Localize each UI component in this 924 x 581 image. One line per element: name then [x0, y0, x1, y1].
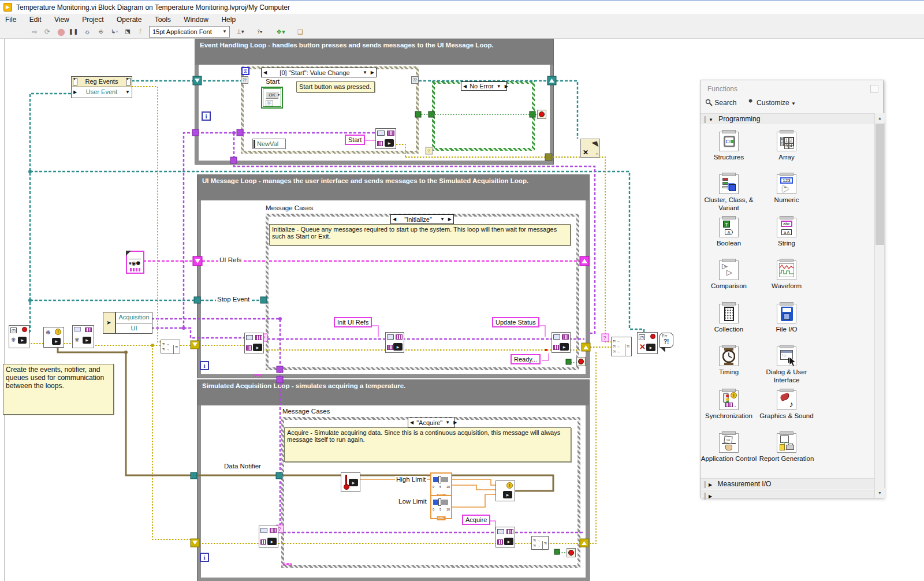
event-loop-stop-terminal[interactable] — [537, 110, 546, 119]
palette-item-numeric[interactable]: 123+ Numeric — [758, 174, 815, 204]
destroy-user-event-node[interactable]: (?) ✕ — [637, 332, 658, 354]
start-pressed-comment[interactable]: Start button was pressed. — [296, 81, 375, 92]
reorder-objects-icon[interactable]: ❑ — [295, 26, 306, 38]
selector-dropdown-icon[interactable]: ▼ — [495, 84, 503, 89]
selector-next-icon[interactable]: ▶ — [452, 420, 459, 425]
palette-item-array[interactable]: R C1234 Array — [758, 132, 815, 161]
selector-prev-icon[interactable]: ◀ — [461, 84, 468, 89]
chevron-down-icon[interactable]: ▼ — [125, 87, 130, 97]
menu-window[interactable]: Window — [178, 14, 214, 25]
distribute-objects-icon[interactable]: ⫯▾ — [254, 26, 266, 38]
enqueue-message-node-ui-2[interactable] — [552, 332, 571, 353]
init-ui-refs-constant[interactable]: Init UI Refs — [334, 317, 372, 327]
selector-dropdown-icon[interactable]: ▼ — [438, 217, 446, 222]
dequeue-message-node-acq-loop[interactable] — [259, 526, 278, 548]
selector-next-icon[interactable]: ▶ — [503, 84, 510, 89]
menu-file[interactable]: File — [0, 14, 21, 25]
acq-case-selector[interactable]: ◀ "Acquire" ▼ ▶ — [408, 418, 455, 427]
font-selector[interactable]: 15pt Application Font ▼ — [149, 26, 230, 38]
no-error-selector[interactable]: ◀ No Error ▼ ▶ — [461, 81, 507, 91]
palette-pin-button[interactable] — [870, 85, 878, 93]
merge-errors-node-right[interactable]: ?! → ?! → ?! → ?! — [611, 337, 632, 356]
palette-item-boolean[interactable]: TA Boolean — [700, 218, 758, 247]
enqueue-message-node-event-loop[interactable] — [375, 128, 396, 149]
update-status-constant[interactable]: Update Status — [492, 317, 539, 327]
palette-scrollbar[interactable]: ▲ ▼ — [874, 113, 884, 498]
unregister-for-events-node[interactable]: ◥ ✕ ⌁ — [580, 139, 600, 158]
step-over-icon[interactable]: ⬔ — [122, 26, 133, 38]
pause-button-icon[interactable]: ❚❚ — [68, 26, 79, 38]
newval-event-data-node[interactable]: NewVal — [252, 139, 286, 149]
selector-prev-icon[interactable]: ◀ — [408, 420, 415, 425]
scroll-down-icon[interactable]: ▼ — [875, 488, 885, 498]
menu-operate[interactable]: Operate — [111, 14, 147, 25]
start-string-constant[interactable]: Start — [345, 135, 365, 145]
resize-objects-icon[interactable]: ❖▾ — [275, 26, 286, 38]
ui-loop-stop-terminal[interactable] — [576, 357, 586, 366]
palette-item-synchronization[interactable]: !→ Synchronization — [700, 390, 758, 420]
low-limit-slider-constant[interactable]: 0510 DBL — [430, 495, 452, 519]
create-notifier-node[interactable]: ❋ ! — [43, 327, 64, 348]
palette-item-waveform[interactable]: Waveform — [758, 260, 815, 290]
selector-prev-icon[interactable]: ◀ — [262, 70, 269, 75]
palette-item-file-io[interactable]: File I/O — [758, 304, 815, 333]
retain-wire-values-icon[interactable]: ⎆ — [95, 26, 107, 38]
step-out-icon[interactable]: ⤴ — [135, 26, 146, 38]
selector-dropdown-icon[interactable]: ▼ — [361, 70, 369, 75]
scroll-thumb[interactable] — [875, 124, 884, 245]
unbundle-queues-node[interactable]: ➤ — [103, 312, 116, 334]
menu-tools[interactable]: Tools — [150, 14, 176, 25]
ui-case-selector[interactable]: ◀ "Initialize" ▼ ▶ — [390, 214, 454, 224]
event-case-selector[interactable]: ◀ [0] "Start": Value Change ▼ ▶ — [261, 68, 377, 77]
merge-errors-node-left[interactable]: ?! → ?! → ?! — [161, 340, 180, 353]
run-continuous-icon[interactable]: ⟳ — [42, 26, 53, 38]
vi-server-reference-node[interactable]: ▾◉⚈ — [126, 251, 144, 274]
palette-customize-button[interactable]: Customize — [757, 99, 789, 107]
create-queue-node[interactable]: ❋ — [72, 325, 94, 348]
start-button-terminal[interactable]: OK ▸ TF — [261, 87, 283, 109]
step-into-icon[interactable]: ↳▫ — [109, 26, 120, 38]
high-limit-slider-constant[interactable]: 0510 DBL — [430, 472, 452, 497]
palette-item-cluster[interactable]: Cluster, Class, & Variant — [700, 174, 758, 213]
section-measurement-io[interactable]: ║▶ Measurement I/O — [701, 478, 874, 489]
run-button-icon[interactable]: ⇨ — [29, 26, 40, 38]
selector-dropdown-icon[interactable]: ▼ — [444, 420, 452, 425]
enqueue-message-node-acq[interactable] — [495, 527, 515, 548]
palette-item-graphics-sound[interactable]: ♪ Graphics & Sound — [758, 390, 815, 420]
acquire-string-constant[interactable]: Acquire — [462, 515, 490, 525]
palette-item-report-generation[interactable]: → Report Generation — [758, 433, 815, 463]
section-programming[interactable]: ║▼ Programming — [701, 113, 874, 124]
create-events-comment[interactable]: Create the events, notifier, and queues … — [3, 364, 114, 415]
palette-search-button[interactable]: Search — [714, 99, 736, 107]
palette-item-comparison[interactable]: ▷▷= Comparison — [700, 260, 758, 290]
highlight-execution-icon[interactable]: ☼ — [81, 26, 93, 38]
menu-view[interactable]: View — [49, 14, 74, 25]
abort-button-icon[interactable]: ⬤ — [55, 26, 67, 38]
enqueue-message-node-ui-1[interactable] — [385, 332, 404, 353]
register-for-events-node[interactable]: ▘ Reg Events ▘ ▶ User Event ▼ — [71, 76, 132, 98]
palette-item-structures[interactable]: Structures — [700, 132, 758, 161]
palette-item-string[interactable]: abca A String — [758, 218, 815, 247]
palette-item-application-control[interactable]: ⇨ Application Control — [700, 433, 758, 463]
align-objects-icon[interactable]: ⊥▾ — [234, 26, 246, 38]
palette-item-dialog-ui[interactable]: ! ▭ Dialog & User Interface — [758, 347, 815, 385]
merge-errors-node-acq[interactable]: ?! → ?! → ?! — [531, 536, 549, 550]
read-temperature-subvi[interactable] — [341, 472, 360, 492]
create-user-event-node[interactable]: (?) ❋ — [9, 325, 29, 348]
section-next-partial[interactable]: ║▶ — [701, 490, 874, 498]
selector-next-icon[interactable]: ▶ — [369, 70, 376, 75]
check-limits-send-notification-node[interactable]: ! — [495, 481, 515, 501]
palette-item-collection[interactable]: Collection — [700, 304, 758, 333]
menu-edit[interactable]: Edit — [24, 14, 47, 25]
menu-help[interactable]: Help — [216, 14, 241, 25]
ready-constant[interactable]: Ready... — [511, 354, 541, 364]
menu-project[interactable]: Project — [77, 14, 109, 25]
selector-prev-icon[interactable]: ◀ — [391, 217, 398, 222]
scroll-up-icon[interactable]: ▲ — [875, 113, 885, 123]
palette-item-timing[interactable]: Timing — [700, 347, 758, 376]
acq-loop-stop-terminal[interactable] — [567, 548, 576, 557]
queue-cluster-rows[interactable]: Acquisition UI — [116, 312, 152, 334]
selector-next-icon[interactable]: ▶ — [446, 217, 453, 222]
dequeue-message-node-ui-loop[interactable] — [244, 333, 264, 353]
simple-error-handler-node[interactable]: Err ?! — [660, 333, 675, 353]
